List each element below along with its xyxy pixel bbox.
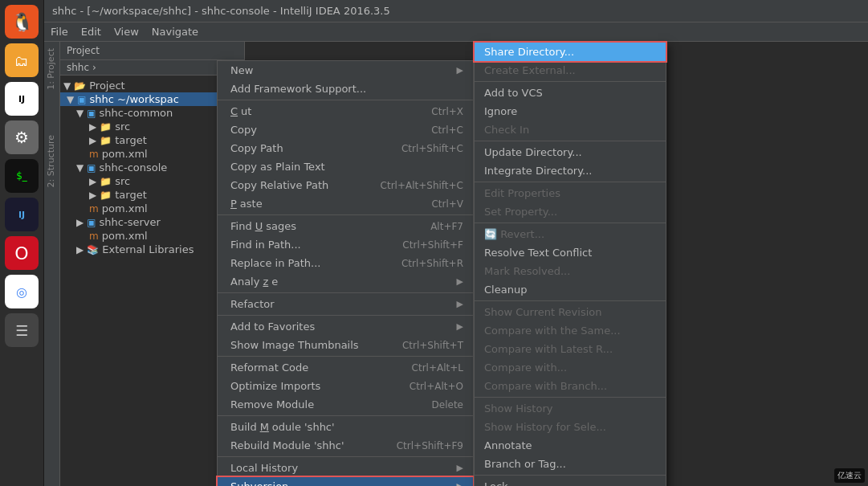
menu-view[interactable]: View xyxy=(114,26,139,38)
ctx-optimize[interactable]: Optimize Imports Ctrl+Alt+O xyxy=(218,377,473,395)
vcs-add-to-vcs[interactable]: Add to VCS xyxy=(475,84,666,102)
vcs-sep-3 xyxy=(475,182,666,182)
xml-icon-2: m xyxy=(89,203,99,214)
ctx-add-framework[interactable]: Add Framework Support... xyxy=(218,80,473,98)
ctx-find-path[interactable]: Find in Path... Ctrl+Shift+F xyxy=(218,235,473,254)
vcs-sep-4 xyxy=(475,223,666,223)
side-tab-project[interactable]: 1: Project xyxy=(44,42,59,96)
ctx-replace-path-label: Replace in Path... xyxy=(230,257,321,269)
panel-header: Project xyxy=(60,42,244,60)
ctx-remove-module[interactable]: Remove Module Delete xyxy=(218,395,473,414)
context-menu: New ▶ Add Framework Support... Cut Ctrl+… xyxy=(217,60,474,486)
ctx-replace-path[interactable]: Replace in Path... Ctrl+Shift+R xyxy=(218,254,473,272)
cut-underline: C xyxy=(230,105,238,117)
yiyun-text: 亿速云 xyxy=(837,471,862,480)
ctx-show-thumbnails[interactable]: Show Image Thumbnails Ctrl+Shift+T xyxy=(218,336,473,354)
ctx-new[interactable]: New ▶ xyxy=(218,61,473,80)
vcs-update-dir[interactable]: Update Directory... xyxy=(475,143,666,161)
ctx-add-favorites[interactable]: Add to Favorites ▶ xyxy=(218,317,473,336)
vcs-set-property-label: Set Property... xyxy=(484,206,557,218)
vcs-show-history-sel: Show History for Sele... xyxy=(475,418,666,436)
vcs-mark-resolved: Mark Resolved... xyxy=(475,262,666,280)
ctx-paste[interactable]: Paste Ctrl+V xyxy=(218,194,473,213)
vcs-check-in: Check In xyxy=(475,120,666,139)
dock-settings-icon[interactable]: ⚙ xyxy=(5,120,39,154)
dock-opera-icon[interactable]: O xyxy=(5,236,39,270)
yiyun-watermark: 亿速云 xyxy=(834,468,865,483)
vcs-compare-branch: Compare with Branch... xyxy=(475,377,666,395)
vcs-ignore-label: Ignore xyxy=(484,105,517,117)
vcs-show-history-sel-label: Show History for Sele... xyxy=(484,421,606,433)
dock-misc-icon[interactable]: ☰ xyxy=(5,313,39,347)
tree-label-src2: src xyxy=(115,175,130,187)
ctx-sep-1 xyxy=(218,100,473,100)
menu-edit[interactable]: Edit xyxy=(81,26,101,38)
ctx-copy[interactable]: Copy Ctrl+C xyxy=(218,120,473,139)
ctx-reformat[interactable]: Reformat Code Ctrl+Alt+L xyxy=(218,358,473,377)
ctx-show-thumbnails-label: Show Image Thumbnails xyxy=(230,339,359,351)
paste-underline: P xyxy=(230,198,237,210)
ctx-cut-label: Cut xyxy=(230,105,251,117)
vcs-integrate-dir-label: Integrate Directory... xyxy=(484,165,592,177)
vcs-edit-props-label: Edit Properties xyxy=(484,187,560,199)
vcs-share-directory[interactable]: Share Directory... xyxy=(475,43,666,61)
ctx-find-usages[interactable]: Find Usages Alt+F7 xyxy=(218,217,473,235)
title-bar: shhc - [~/workspace/shhc] - shhc-console… xyxy=(44,0,868,22)
dock-files-icon[interactable]: 🗂 xyxy=(5,43,39,77)
menu-navigate[interactable]: Navigate xyxy=(152,26,198,38)
vcs-ignore[interactable]: Ignore xyxy=(475,102,666,120)
module-icon-3: ▣ xyxy=(87,162,96,174)
vcs-sep-2 xyxy=(475,141,666,141)
ctx-copy-path-shortcut: Ctrl+Shift+C xyxy=(401,143,463,154)
vcs-create-external: Create External... xyxy=(475,61,666,80)
ctx-local-history[interactable]: Local History ▶ xyxy=(218,459,473,477)
side-tab-structure[interactable]: 2: Structure xyxy=(44,129,59,194)
ctx-copy-plain-label: Copy as Plain Text xyxy=(230,161,325,173)
ctx-refactor-arrow: ▶ xyxy=(457,299,463,309)
tree-label-src1: src xyxy=(115,120,130,133)
module-icon: ▣ xyxy=(77,94,86,105)
vcs-lock[interactable]: Lock... xyxy=(475,477,666,486)
vcs-cleanup[interactable]: Cleanup xyxy=(475,280,666,299)
vcs-branch-tag[interactable]: Branch or Tag... xyxy=(475,455,666,473)
ctx-remove-module-label: Remove Module xyxy=(230,398,314,410)
ctx-subversion[interactable]: Subversion ▶ xyxy=(218,477,473,486)
vcs-annotate[interactable]: Annotate xyxy=(475,436,666,455)
ctx-copy-path[interactable]: Copy Path Ctrl+Shift+C xyxy=(218,139,473,157)
vcs-resolve-conflict-label: Resolve Text Conflict xyxy=(484,247,592,259)
tree-label-pom2: pom.xml xyxy=(102,202,148,214)
ctx-find-path-shortcut: Ctrl+Shift+F xyxy=(402,239,463,251)
panel-title: Project xyxy=(67,45,100,56)
ctx-replace-path-shortcut: Ctrl+Shift+R xyxy=(401,258,463,269)
arrow-ext-icon: ▶ xyxy=(76,244,84,255)
vcs-compare-with-label: Compare with... xyxy=(484,361,567,374)
menu-bar: File Edit View Navigate xyxy=(44,22,868,42)
menu-file[interactable]: File xyxy=(51,26,68,38)
ctx-analyze[interactable]: Analyze ▶ xyxy=(218,272,473,291)
vcs-compare-branch-label: Compare with Branch... xyxy=(484,380,607,392)
ctx-copy-plain[interactable]: Copy as Plain Text xyxy=(218,157,473,176)
dock-intellij-icon[interactable]: IJ xyxy=(5,82,39,116)
vcs-resolve-conflict[interactable]: Resolve Text Conflict xyxy=(475,243,666,262)
ctx-refactor-label: Refactor xyxy=(230,298,275,310)
vcs-compare-same-label: Compare with the Same... xyxy=(484,325,621,337)
module-icon-2: ▣ xyxy=(87,108,96,119)
dock-terminal-icon[interactable]: $_ xyxy=(5,159,39,193)
ctx-add-favorites-arrow: ▶ xyxy=(457,321,463,332)
vcs-integrate-dir[interactable]: Integrate Directory... xyxy=(475,161,666,180)
ctx-show-thumbnails-shortcut: Ctrl+Shift+T xyxy=(402,340,463,351)
vcs-sep-5 xyxy=(475,300,666,301)
ctx-refactor[interactable]: Refactor ▶ xyxy=(218,295,473,313)
ctx-rebuild[interactable]: Rebuild Module 'shhc' Ctrl+Shift+F9 xyxy=(218,436,473,455)
tree-label: Project xyxy=(89,80,124,92)
dock-ubuntu-icon[interactable]: 🐧 xyxy=(5,5,39,39)
ctx-copy-relative[interactable]: Copy Relative Path Ctrl+Alt+Shift+C xyxy=(218,176,473,194)
ctx-cut[interactable]: Cut Ctrl+X xyxy=(218,102,473,120)
ctx-build[interactable]: Build Module 'shhc' xyxy=(218,418,473,436)
dock-chrome-icon[interactable]: ◎ xyxy=(5,275,39,308)
dock-intellij2-icon[interactable]: IJ xyxy=(5,198,39,231)
ctx-reformat-label: Reformat Code xyxy=(230,361,308,374)
ctx-find-usages-shortcut: Alt+F7 xyxy=(430,221,463,232)
tree-label-console: shhc-console xyxy=(100,161,168,174)
vcs-submenu: Share Directory... Create External... Ad… xyxy=(474,42,666,486)
